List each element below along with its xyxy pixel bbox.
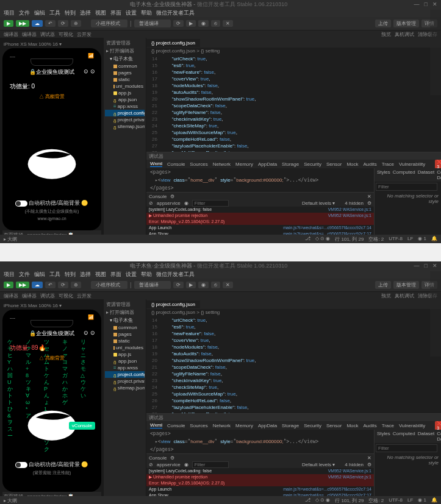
clear-icon[interactable]: ⊘ — [149, 201, 153, 206]
bell-icon[interactable]: 🔔 — [431, 236, 437, 243]
tool-btn[interactable]: ⊕ — [71, 20, 81, 27]
compile-mode-select[interactable]: 小程序模式 — [91, 20, 127, 27]
tool-btn[interactable]: ⟳ — [58, 20, 68, 27]
sim-device-select[interactable]: iPhone XS Max 100% 16 ▾ — [2, 40, 101, 48]
styles-tab[interactable]: Styles — [377, 169, 390, 180]
ide-window-2: 电子木鱼·企业级摸鱼神器 - 微信开发者工具 Stable 1.06.22103… — [0, 261, 441, 504]
gongde-counter: 功德量: 89🔥 — [9, 343, 95, 353]
console-filter[interactable] — [192, 200, 229, 207]
run-button[interactable]: ▶ — [4, 20, 13, 27]
device-select[interactable]: 普通编译 — [134, 20, 171, 27]
devtools-tabs: Wxml Console Sources Network Memory AppD… — [146, 160, 441, 168]
tree-folder[interactable]: common — [105, 63, 145, 69]
editor-area: {} project.config.json {} project.config… — [146, 38, 441, 242]
tool-btn[interactable]: ⟳ — [173, 20, 184, 27]
devtools-tab[interactable]: Trace — [382, 161, 394, 167]
version-button[interactable]: 版本管理 — [393, 20, 419, 27]
stop-button[interactable]: ↶ — [45, 20, 56, 27]
wooden-fish-icon[interactable] — [24, 399, 79, 442]
devtools-tab[interactable]: Console — [167, 161, 185, 167]
titlebar: 电子木鱼·企业级摸鱼神器 - 微信开发者工具 Stable 1.06.22103… — [0, 0, 441, 9]
menu-item[interactable]: 帮助 — [141, 9, 152, 17]
minimap[interactable] — [430, 10, 441, 95]
menu-item[interactable]: 选择 — [80, 9, 91, 17]
code-editor[interactable]: 14 "urlCheck": true,15 "es6": true,16 "n… — [146, 54, 441, 152]
menu-item[interactable]: 项目 — [4, 9, 15, 17]
tree-file[interactable]: app.json — [105, 96, 145, 103]
menu-item[interactable]: 工具 — [49, 9, 60, 17]
devtools-tab[interactable]: Vulnerability — [399, 161, 425, 167]
tree-folder[interactable]: pages — [105, 69, 145, 76]
tree-file[interactable]: ≡app.wxss — [105, 103, 145, 110]
nav-title: 🔒企业摸鱼级测试⊙ ⊙ — [5, 67, 99, 77]
max-icon[interactable]: □ — [425, 1, 428, 7]
build-button[interactable]: ▶▶ — [16, 20, 29, 27]
vconsole-button[interactable]: vConsole — [69, 422, 95, 430]
gear-icon[interactable]: ⚙ — [367, 201, 371, 206]
close-icon[interactable]: ✕ — [367, 194, 371, 199]
tree-folder[interactable]: static — [105, 76, 145, 83]
menubar: 项目 文件 编辑 工具 转到 选择 视图 界面 设置 帮助 微信开发者工具 — [0, 9, 441, 17]
menu-item[interactable]: 视图 — [95, 9, 106, 17]
levels-select[interactable]: Default levels ▾ — [302, 201, 335, 206]
status-bar: ▸ 大纲 ⎇ ◇ ⊙ ◉ 行 101, 列 29 空格: 2 UTF-8 LF … — [0, 235, 441, 243]
context-select[interactable]: appservice — [157, 201, 181, 206]
warning-text: △ 高能背景 — [9, 93, 95, 100]
upload-button[interactable]: 上传 — [375, 20, 391, 27]
menu-item[interactable]: 转到 — [65, 9, 76, 17]
min-icon[interactable]: — — [414, 1, 420, 7]
devtools-tab[interactable]: Sources — [190, 161, 207, 167]
toolbar: ▶ ▶▶ ☁ ↶ ⟳ ⊕ 小程序模式 | 普通编译 ⟳ ▶ ◉ ⎋ ✕ 上传 版… — [0, 17, 441, 30]
menu-item[interactable]: 编辑 — [34, 9, 45, 17]
auto-toggle-row[interactable]: 自动积功德/高能背景 🟡 — [5, 199, 99, 207]
devtools-tab[interactable]: Memory — [235, 161, 253, 167]
styles-filter[interactable] — [376, 183, 437, 191]
branch-icon[interactable]: ⎇ — [305, 236, 310, 243]
gongde-counter: 功德量: 0 — [9, 81, 95, 92]
menu-item[interactable]: 设置 — [126, 9, 137, 17]
tree-root[interactable]: ▾ 电子木鱼 — [105, 55, 145, 63]
close-icon[interactable]: ✕ — [432, 1, 437, 7]
file-explorer: 资源管理器 ▸ 打开编辑器 ▾ 电子木鱼 common pages static… — [104, 38, 146, 242]
cloud-button[interactable]: ☁ — [32, 20, 43, 27]
devtools-tab[interactable]: Sensor — [326, 161, 342, 167]
wooden-fish-icon[interactable] — [24, 137, 79, 181]
devtools-tab[interactable]: Network — [213, 161, 231, 167]
ide-window-1: 电子木鱼·企业级摸鱼神器 - 微信开发者工具 Stable 1.06.22103… — [0, 0, 441, 243]
tool-btn[interactable]: ⎋ — [211, 20, 220, 27]
console-tab[interactable]: Console — [149, 194, 167, 199]
error-badge[interactable]: ❌ 3 — [435, 160, 441, 169]
devtools-tab[interactable]: Security — [304, 161, 321, 167]
toggle-switch[interactable] — [15, 201, 27, 207]
devtools-panel: 调试器 Wxml Console Sources Network Memory … — [146, 152, 441, 242]
phone-frame: ....📶 🔒企业摸鱼级测试⊙ ⊙ 功德量: 0 △ 高能背景 自动积功德/高能… — [2, 48, 101, 230]
menu-item[interactable]: 文件 — [19, 9, 30, 17]
tree-file[interactable]: app.js — [105, 90, 145, 96]
devtools-tab[interactable]: AppData — [258, 161, 277, 167]
devtools-tab[interactable]: Audits — [364, 161, 377, 167]
menu-item[interactable]: 界面 — [110, 9, 121, 17]
tool-btn[interactable]: ✕ — [223, 20, 233, 27]
devtools-tab-wxml[interactable]: Wxml — [150, 161, 162, 167]
element-tree[interactable]: <pages> — [146, 168, 374, 176]
simulator-panel: iPhone XS Max 100% 16 ▾ ....📶 🔒企业摸鱼级测试⊙ … — [0, 38, 104, 242]
tool-btn[interactable]: ▶ — [186, 20, 196, 27]
tool-btn[interactable]: ◉ — [198, 20, 209, 27]
devtools-tab[interactable]: Storage — [282, 161, 299, 167]
editor-tab[interactable]: {} project.config.json — [146, 39, 200, 47]
outline-toggle[interactable]: ▸ 大纲 — [4, 236, 17, 242]
gear-icon[interactable]: ⚙ — [170, 194, 174, 199]
tree-file[interactable]: project.private.config.j... — [105, 116, 145, 123]
cursor-pos[interactable]: 行 101, 列 29 — [335, 236, 364, 243]
breadcrumb[interactable]: {} project.config.json > {} setting — [146, 48, 441, 54]
tree-folder[interactable]: uni_modules — [105, 83, 145, 90]
devtools-tab[interactable]: Mock — [346, 161, 358, 167]
tree-file[interactable]: sitemap.json — [105, 123, 145, 130]
tree-file-selected[interactable]: project.config.json — [105, 110, 145, 116]
menu-item[interactable]: 微信开发者工具 — [156, 9, 195, 17]
